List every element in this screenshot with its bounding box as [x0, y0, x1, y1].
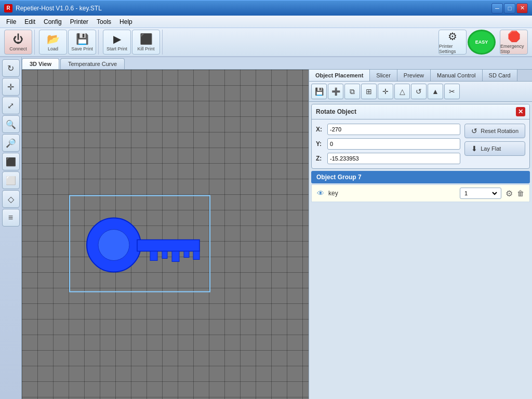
kill-print-button[interactable]: ⬛ Kill Print	[132, 30, 160, 55]
key-object[interactable]	[80, 206, 205, 296]
panel-toolbar: 💾 ➕ ⧉ ⊞ ✛ △ ↺ ▲ ✂	[309, 82, 532, 102]
emergency-stop-icon: 🛑	[508, 30, 521, 43]
save-print-button[interactable]: 💾 Save Print	[68, 30, 96, 55]
reset-rotation-icon: ↺	[471, 127, 477, 135]
object-group-header: Object Group 7	[311, 171, 530, 183]
toolbar-file-group: 📂 Load 💾 Save Print	[37, 30, 99, 55]
minimize-button[interactable]: ─	[491, 3, 503, 14]
rotate-obj-button[interactable]: ↺	[411, 84, 427, 99]
menu-bar: File Edit Config Printer Tools Help	[0, 16, 532, 28]
load-button[interactable]: 📂 Load	[39, 30, 67, 55]
object-name: key	[328, 190, 456, 197]
visibility-toggle[interactable]: 👁	[317, 189, 324, 197]
rotate-body: X: Y: Z:	[312, 119, 529, 168]
menu-edit[interactable]: Edit	[20, 17, 39, 26]
emergency-stop-button[interactable]: 🛑 Emergency Stop	[500, 30, 528, 55]
view-iso-button[interactable]: ◇	[2, 190, 20, 208]
scale-button[interactable]: ▲	[428, 84, 443, 99]
object-list-item: 👁 key 1 2 3 ⚙ 🗑	[311, 184, 530, 202]
panel-tab-bar: Object Placement Slicer Preview Manual C…	[309, 70, 532, 82]
main-toolbar: ⏻ Connect 📂 Load 💾 Save Print ▶ Start Pr…	[0, 28, 532, 57]
move-obj-button[interactable]: ✛	[378, 84, 393, 99]
count-dropdown[interactable]: 1 2 3	[462, 190, 499, 197]
menu-file[interactable]: File	[2, 17, 20, 26]
printer-settings-label: Printer Settings	[439, 44, 466, 54]
object-count-select[interactable]: 1 2 3	[460, 188, 501, 199]
left-sidebar: ↻ ✛ ⤢ 🔍 🔎 ⬛ ⬜ ◇ ≡	[0, 57, 22, 399]
right-panel: Object Placement Slicer Preview Manual C…	[309, 70, 532, 399]
tab-manual-control[interactable]: Manual Control	[431, 70, 483, 81]
reset-rotation-label: Reset Rotation	[481, 128, 518, 134]
play-icon: ▶	[113, 33, 121, 45]
x-input[interactable]	[327, 124, 460, 135]
zoom-out-button[interactable]: 🔎	[2, 134, 20, 152]
mirror-button[interactable]: △	[394, 84, 410, 99]
tab-object-placement[interactable]: Object Placement	[309, 70, 370, 81]
title-bar: R Repetier-Host V1.0.6 - key.STL ─ □ ✕	[0, 0, 532, 16]
connect-button[interactable]: ⏻ Connect	[4, 30, 32, 55]
3d-viewport[interactable]	[22, 70, 309, 399]
svg-rect-0	[70, 195, 210, 291]
tab-temperature-curve[interactable]: Temperature Curve	[60, 58, 125, 69]
menu-printer[interactable]: Printer	[66, 17, 92, 26]
add-obj-button[interactable]: ➕	[328, 84, 343, 99]
menu-help[interactable]: Help	[115, 17, 137, 26]
view-tab-bar: 3D View Temperature Curve	[22, 57, 532, 70]
rotate-close-button[interactable]: ✕	[516, 107, 525, 116]
easy-mode-button[interactable]: EASY	[468, 30, 496, 55]
start-print-label: Start Print	[107, 46, 127, 51]
connect-label: Connect	[9, 46, 27, 51]
lines-button[interactable]: ≡	[2, 209, 20, 227]
gear-icon: ⚙	[448, 30, 457, 43]
lay-flat-icon: ⬇	[471, 144, 477, 153]
rotate-header: Rotate Object ✕	[312, 104, 529, 119]
move-button[interactable]: ⤢	[2, 97, 20, 114]
close-button[interactable]: ✕	[516, 3, 528, 14]
cut-button[interactable]: ✂	[444, 84, 460, 99]
menu-tools[interactable]: Tools	[92, 17, 115, 26]
selection-box	[64, 190, 220, 310]
tab-preview[interactable]: Preview	[397, 70, 431, 81]
printer-settings-button[interactable]: ⚙ Printer Settings	[438, 30, 467, 55]
pan-button[interactable]: ✛	[2, 78, 20, 96]
main-area: ↻ ✛ ⤢ 🔍 🔎 ⬛ ⬜ ◇ ≡ 3D View Temperature Cu…	[0, 57, 532, 399]
maximize-button[interactable]: □	[504, 3, 515, 14]
load-label: Load	[48, 46, 58, 51]
menu-config[interactable]: Config	[39, 17, 66, 26]
stop-icon: ⬛	[140, 33, 153, 45]
easy-mode-label: EASY	[475, 39, 488, 45]
toolbar-connect-group: ⏻ Connect	[2, 30, 35, 55]
app-icon: R	[4, 4, 12, 12]
tab-slicer[interactable]: Slicer	[370, 70, 397, 81]
y-field-row: Y:	[316, 138, 460, 150]
save-obj-button[interactable]: 💾	[311, 84, 327, 99]
rotate-action-buttons: ↺ Reset Rotation ⬇ Lay Flat	[464, 124, 525, 164]
zoom-in-button[interactable]: 🔍	[2, 115, 20, 133]
load-icon: 📂	[47, 33, 60, 45]
tab-sd-card[interactable]: SD Card	[483, 70, 517, 81]
rotate-title: Rotate Object	[316, 108, 356, 115]
y-input[interactable]	[327, 138, 460, 150]
kill-print-label: Kill Print	[137, 46, 154, 51]
emergency-stop-label: Emergency Stop	[500, 44, 527, 54]
view-front-button[interactable]: ⬜	[2, 171, 20, 189]
copy-obj-button[interactable]: ⧉	[344, 84, 360, 99]
lay-flat-label: Lay Flat	[481, 145, 501, 152]
rotate-section: Rotate Object ✕ X: Y:	[311, 104, 530, 169]
object-delete-icon[interactable]: 🗑	[517, 189, 524, 197]
reset-rotation-button[interactable]: ↺ Reset Rotation	[464, 124, 525, 138]
view-top-button[interactable]: ⬛	[2, 153, 20, 170]
start-print-button[interactable]: ▶ Start Print	[103, 30, 131, 55]
split-area: Object Placement Slicer Preview Manual C…	[22, 70, 532, 399]
connect-icon: ⏻	[13, 33, 23, 45]
z-input[interactable]	[327, 153, 460, 164]
lay-flat-button[interactable]: ⬇ Lay Flat	[464, 141, 525, 156]
save-icon: 💾	[76, 33, 89, 45]
object-settings-icon[interactable]: ⚙	[506, 189, 513, 198]
toolbar-print-group: ▶ Start Print ⬛ Kill Print	[101, 30, 163, 55]
toolbar-settings-group: ⚙ Printer Settings EASY 🛑 Emergency Stop	[436, 30, 530, 55]
tab-3d-view[interactable]: 3D View	[22, 58, 59, 69]
x-label: X:	[316, 126, 324, 133]
grid-button[interactable]: ⊞	[361, 84, 377, 99]
rotate-view-button[interactable]: ↻	[2, 59, 20, 77]
